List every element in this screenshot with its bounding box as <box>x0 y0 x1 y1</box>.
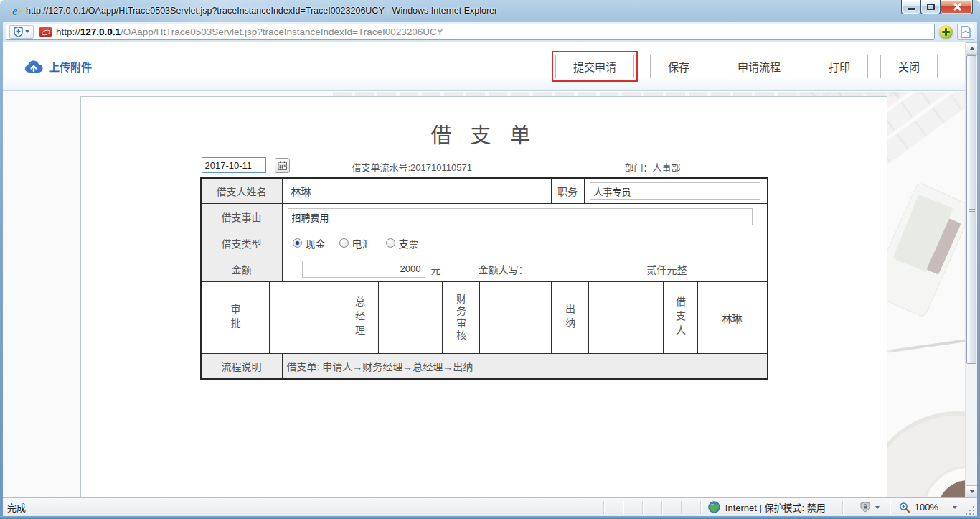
vertical-scrollbar[interactable] <box>965 42 977 497</box>
approval-sign-cell <box>379 282 443 353</box>
flow-label: 流程说明 <box>202 354 283 378</box>
application-flow-button[interactable]: 申请流程 <box>720 55 798 78</box>
radio-unselected-icon <box>386 238 395 248</box>
toolbar-buttons: 提交申请 保存 申请流程 打印 关闭 <box>552 51 938 82</box>
window-controls <box>902 0 973 14</box>
scrollbar-thumb[interactable] <box>966 55 976 364</box>
duty-label: 职务 <box>552 179 585 203</box>
close-button[interactable] <box>940 0 973 14</box>
duty-input[interactable] <box>590 182 760 200</box>
security-zone-pane: Internet | 保护模式: 禁用 <box>701 500 833 514</box>
approval-sign-cell <box>480 282 552 353</box>
reason-label: 借支事由 <box>202 204 283 230</box>
page-content: 借 支 单 <box>3 92 965 497</box>
resize-grip[interactable] <box>966 505 976 515</box>
address-bar: http://127.0.0.1/OAapp/HtTrace0503Servle… <box>3 22 977 42</box>
amount-input[interactable] <box>302 261 425 278</box>
arrow-up-icon <box>969 47 975 50</box>
window-title: http://127.0.0.1/OAapp/HtTrace0503Servle… <box>26 6 497 16</box>
borrower-signature-cell: 林琳 <box>698 282 767 353</box>
flow-row: 流程说明 借支单: 申请人→财务经理→总经理→出纳 <box>202 354 767 378</box>
browser-window: e http://127.0.0.1/OAapp/HtTrace0503Serv… <box>0 0 980 519</box>
form-title: 借 支 单 <box>200 97 768 149</box>
maximize-icon <box>927 4 935 10</box>
amount-words-value: 贰仟元整 <box>647 262 687 276</box>
radio-cash[interactable]: 现金 <box>293 236 326 251</box>
browser-viewport: 上传附件 提交申请 保存 申请流程 打印 关闭 <box>3 42 977 498</box>
submit-application-button[interactable]: 提交申请 <box>555 55 634 78</box>
scroll-up-button[interactable] <box>966 42 977 55</box>
address-input[interactable]: http://127.0.0.1/OAapp/HtTrace0503Servle… <box>6 24 935 40</box>
upload-attachment-link[interactable]: 上传附件 <box>24 59 92 74</box>
calendar-button[interactable] <box>275 158 290 173</box>
url-domain: 127.0.0.1 <box>80 27 121 37</box>
form-meta-row: 借支单流水号:201710110571 部门：人事部 <box>200 157 768 176</box>
maximize-button[interactable] <box>920 0 941 14</box>
title-bar: e http://127.0.0.1/OAapp/HtTrace0503Serv… <box>0 0 980 22</box>
window-bottom-border <box>0 516 980 519</box>
department-text: 部门：人事部 <box>625 160 681 174</box>
borrower-sign-label: 借支人 <box>673 296 687 340</box>
zoom-level-text: 100% <box>915 502 938 513</box>
reason-cell <box>283 204 767 230</box>
loan-form: 借 支 单 <box>200 97 768 380</box>
print-button[interactable]: 打印 <box>811 55 868 78</box>
status-bar: 完成 Internet | 保护模式: 禁用 <box>3 497 977 516</box>
pen-image <box>880 338 965 354</box>
site-favicon <box>39 27 52 37</box>
radio-cheque-label: 支票 <box>399 236 419 251</box>
loan-type-label: 借支类型 <box>202 230 283 256</box>
minimize-button[interactable] <box>901 0 921 14</box>
shield-plus-icon <box>14 27 23 37</box>
table-row: 借支类型 现金 电汇 <box>202 230 767 256</box>
loan-type-options: 现金 电汇 支票 <box>283 236 419 251</box>
magnifier-icon <box>899 502 910 513</box>
serial-number-text: 借支单流水号:201710110571 <box>352 160 472 174</box>
radio-selected-icon <box>293 238 302 248</box>
calendar-icon <box>278 161 287 170</box>
duty-cell <box>585 179 767 203</box>
radio-cash-label: 现金 <box>306 236 326 251</box>
approval-sign-cell <box>589 282 664 353</box>
finance-audit-cell: 财务审核 <box>443 282 480 353</box>
date-input[interactable] <box>202 157 266 173</box>
borrower-name-value: 林琳 <box>283 179 552 203</box>
url-text: http://127.0.0.1/OAapp/HtTrace0503Servle… <box>56 27 443 37</box>
upload-attachment-label: 上传附件 <box>49 59 92 74</box>
reason-input[interactable] <box>288 208 753 225</box>
radio-cheque[interactable]: 支票 <box>386 236 419 251</box>
flow-description: 借支单: 申请人→财务经理→总经理→出纳 <box>283 354 767 378</box>
cashier-label: 出纳 <box>562 304 577 332</box>
borrower-sign-label-cell: 借支人 <box>664 282 698 353</box>
radio-wire-transfer[interactable]: 电汇 <box>339 236 372 251</box>
url-path: /OAapp/HtTrace0503Servlet.jsp?traceInsta… <box>121 27 443 37</box>
zone-text: Internet | 保护模式: 禁用 <box>725 500 826 514</box>
finance-audit-label: 财务审核 <box>453 294 468 342</box>
protected-mode-dropdown[interactable] <box>852 502 887 513</box>
loan-type-cell: 现金 电汇 支票 <box>283 230 767 256</box>
arrow-down-icon <box>969 490 975 493</box>
scrollbar-grip-icon <box>969 207 975 212</box>
radio-wire-label: 电汇 <box>352 236 372 251</box>
amount-cell: 元 金额大写： 贰仟元整 <box>283 256 767 281</box>
page-toolbar: 上传附件 提交申请 保存 申请流程 打印 关闭 <box>3 42 965 91</box>
amount-label: 金额 <box>202 256 283 281</box>
radio-unselected-icon <box>339 238 349 248</box>
cashier-cell: 出纳 <box>552 282 589 353</box>
close-page-button[interactable]: 关闭 <box>880 55 938 78</box>
compatibility-view-button[interactable] <box>957 24 974 40</box>
scroll-down-button[interactable] <box>966 485 977 497</box>
addon-orb-icon[interactable] <box>939 25 953 39</box>
url-protocol: http:// <box>56 27 80 37</box>
internet-explorer-icon: e <box>9 5 21 17</box>
form-panel: 借 支 单 <box>80 96 887 497</box>
table-row: 借支人姓名 林琳 职务 <box>202 179 767 204</box>
smartscreen-shield-button[interactable] <box>9 25 34 39</box>
save-button[interactable]: 保存 <box>650 55 707 78</box>
submit-annotation-box: 提交申请 <box>552 51 638 82</box>
table-row: 金额 元 金额大写： 贰仟元整 <box>202 256 767 282</box>
approval-label: 审批 <box>228 304 242 332</box>
zoom-control[interactable]: 100% <box>893 502 963 513</box>
shield-dropdown-arrow-icon <box>25 30 29 33</box>
table-row: 借支事由 <box>202 204 767 230</box>
